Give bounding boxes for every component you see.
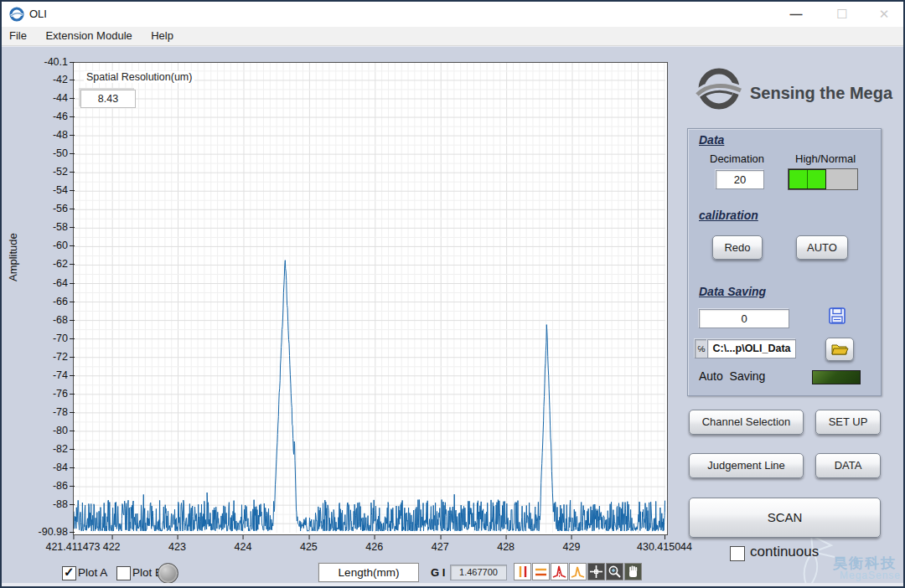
main-area: Amplitude Spatial Resolution(um) 8.43 -4… xyxy=(2,46,903,587)
y-tick-label: -86 xyxy=(8,481,68,491)
x-tick-label: 424 xyxy=(235,541,252,553)
data-button[interactable]: DATA xyxy=(815,453,881,478)
auto-saving-led[interactable] xyxy=(812,370,861,384)
y-tick-label: -80 xyxy=(8,426,68,436)
y-tick-label: -82 xyxy=(8,444,68,454)
y-tick-label: -72 xyxy=(8,352,68,362)
spatial-resolution-value: 8.43 xyxy=(80,90,136,108)
calibration-section-heading: calibration xyxy=(699,209,758,222)
window-bottom-edge xyxy=(2,583,903,586)
brand-logo-icon xyxy=(696,64,742,113)
plot-a-checkbox[interactable] xyxy=(62,566,76,580)
x-tick-label: 426 xyxy=(365,541,383,553)
gi-label: G I xyxy=(431,566,445,579)
peak-cursor-orange-icon[interactable] xyxy=(569,563,587,580)
save-path-input[interactable]: C:\...p\OLI_Data xyxy=(707,339,796,358)
watermark-brand: MegaSense xyxy=(840,570,901,581)
pan-hand-tool-icon[interactable] xyxy=(624,563,642,580)
decimation-input[interactable]: 20 xyxy=(716,170,764,189)
cursor-horizontal-lines-icon[interactable] xyxy=(532,563,550,580)
menu-extension-module[interactable]: Extension Module xyxy=(38,27,139,44)
judgement-line-button[interactable]: Judgement Line xyxy=(689,453,804,478)
y-tick-label: -48 xyxy=(8,130,68,140)
save-counter-input[interactable]: 0 xyxy=(699,309,789,328)
y-tick-label: -84 xyxy=(8,462,68,472)
high-normal-switch[interactable] xyxy=(788,168,858,190)
decimation-label: Decimation xyxy=(710,152,764,165)
peak-cursor-red-icon[interactable] xyxy=(551,563,568,580)
y-tick-label: -56 xyxy=(8,204,68,214)
y-tick-label: -62 xyxy=(8,259,68,269)
crosshair-tool-icon[interactable] xyxy=(587,563,605,580)
auto-saving-label: Auto Saving xyxy=(699,369,765,383)
y-tick-label: -42 xyxy=(8,75,68,85)
menu-help[interactable]: Help xyxy=(143,27,181,44)
y-tick-label: -70 xyxy=(8,333,68,343)
y-tick-label: -88 xyxy=(8,499,68,509)
title-bar: OLI — ☐ ✕ xyxy=(2,2,903,27)
open-folder-icon xyxy=(830,342,849,357)
x-tick-label: 423 xyxy=(168,541,186,553)
y-tick-label: -44 xyxy=(8,93,68,103)
menu-bar: File Extension Module Help xyxy=(2,27,903,46)
channel-selection-button[interactable]: Channel Selection xyxy=(689,410,804,435)
switch-on-segment xyxy=(789,169,826,189)
minimize-button[interactable]: — xyxy=(777,2,815,27)
plot-a-label: Plot A xyxy=(78,566,107,579)
trace-canvas xyxy=(74,63,665,533)
path-type-glyph[interactable]: ℅ xyxy=(695,339,708,358)
zoom-tool-icon[interactable] xyxy=(606,563,623,580)
spatial-resolution-label: Spatial Resolution(um) xyxy=(84,71,194,83)
x-tick-label: 421.411473 xyxy=(45,541,100,553)
x-tick-label: 427 xyxy=(432,541,449,553)
y-tick-label: -78 xyxy=(8,407,68,417)
menu-file[interactable]: File xyxy=(2,27,34,44)
mode-label: High/Normal xyxy=(795,152,856,165)
x-tick-label: 425 xyxy=(300,541,318,553)
y-tick-label: -66 xyxy=(8,297,68,307)
y-tick-label: -54 xyxy=(8,185,68,195)
x-tick-label: 430.415044 xyxy=(637,541,692,553)
y-tick-label: -58 xyxy=(8,222,68,232)
y-tick-label: -74 xyxy=(8,370,68,380)
y-tick-label: -40.1 xyxy=(8,57,68,67)
y-tick-label: -50 xyxy=(8,148,68,158)
plot-b-checkbox[interactable] xyxy=(116,566,131,580)
x-tick-label: 422 xyxy=(103,541,121,553)
x-axis-title-box: Length(mm) xyxy=(318,563,419,582)
y-tick-label: -68 xyxy=(8,315,68,325)
y-tick-label: -64 xyxy=(8,278,68,288)
y-tick-label: -46 xyxy=(8,111,68,121)
waveform-graph[interactable]: Spatial Resolution(um) 8.43 xyxy=(73,62,668,535)
y-tick-label: -76 xyxy=(8,389,68,399)
data-saving-section-heading: Data Saving xyxy=(699,285,766,298)
continuous-checkbox[interactable] xyxy=(730,546,745,561)
continuous-label: continuous xyxy=(750,544,819,560)
save-icon[interactable] xyxy=(828,307,846,325)
y-tick-label: -90.98 xyxy=(8,527,68,537)
app-logo-icon xyxy=(9,7,24,22)
scan-button[interactable]: SCAN xyxy=(689,498,881,538)
maximize-button[interactable]: ☐ xyxy=(823,2,861,27)
x-tick-label: 428 xyxy=(497,541,515,553)
brand-tagline: Sensing the Mega xyxy=(750,84,892,103)
y-tick-label: -52 xyxy=(8,167,68,177)
close-button[interactable]: ✕ xyxy=(865,2,903,27)
cursor-vertical-lines-icon[interactable] xyxy=(514,563,531,580)
auto-button[interactable]: AUTO xyxy=(796,235,848,260)
browse-folder-button[interactable] xyxy=(825,338,854,361)
redo-button[interactable]: Redo xyxy=(712,235,763,260)
app-window: OLI — ☐ ✕ File Extension Module Help Amp… xyxy=(0,0,905,588)
window-title: OLI xyxy=(29,8,47,20)
data-section-heading: Data xyxy=(699,133,724,147)
knob-button[interactable] xyxy=(158,563,178,584)
setup-button[interactable]: SET UP xyxy=(815,410,881,435)
trace-plot-a xyxy=(74,260,665,531)
x-tick-label: 429 xyxy=(563,541,581,553)
gi-value: 1.467700 xyxy=(450,565,507,580)
y-tick-label: -60 xyxy=(8,240,68,250)
